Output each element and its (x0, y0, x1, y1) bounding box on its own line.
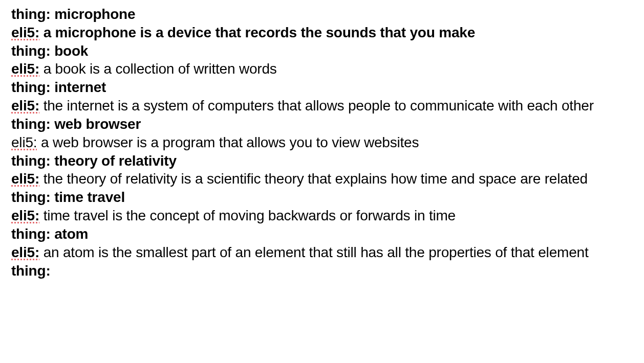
entry-line: thing: atom (11, 225, 633, 243)
eli5-label: eli5: (11, 208, 39, 223)
entry-line: thing: book (11, 42, 633, 60)
entry-line: thing: internet (11, 78, 633, 97)
eli5-value: time travel is the concept of moving bac… (44, 208, 456, 223)
eli5-value: a microphone is a device that records th… (44, 25, 475, 40)
thing-label: thing: (11, 189, 51, 205)
entry-line: thing: time travel (11, 188, 633, 207)
entry-line: eli5: an atom is the smallest part of an… (11, 243, 633, 262)
thing-label: thing: (11, 79, 51, 95)
thing-label: thing: (11, 43, 51, 59)
eli5-label: eli5: (11, 244, 39, 260)
eli5-value: a book is a collection of written words (44, 61, 277, 77)
eli5-label: eli5: (11, 25, 39, 40)
thing-label: thing: (11, 116, 51, 132)
eli5-value: an atom is the smallest part of an eleme… (44, 244, 589, 260)
entry-line: eli5: the theory of relativity is a scie… (11, 170, 633, 188)
eli5-label: eli5: (11, 171, 39, 187)
thing-value: book (54, 43, 88, 59)
entry-line: eli5: a book is a collection of written … (11, 60, 633, 78)
eli5-value: a web browser is a program that allows y… (41, 134, 419, 150)
thing-value: time travel (54, 189, 125, 205)
thing-value: atom (54, 226, 88, 242)
eli5-label: eli5: (11, 98, 39, 114)
thing-label: thing: (11, 226, 51, 242)
thing-value: internet (54, 79, 106, 95)
thing-value: theory of relativity (54, 153, 177, 169)
thing-value: microphone (54, 6, 135, 22)
eli5-label: eli5: (11, 61, 39, 77)
thing-value: web browser (54, 116, 141, 132)
thing-label: thing: (11, 6, 51, 22)
eli5-value: the theory of relativity is a scientific… (44, 171, 588, 187)
thing-label: thing: (11, 263, 51, 279)
entry-line: eli5: a microphone is a device that reco… (11, 24, 633, 42)
document-content: thing: microphoneeli5: a microphone is a… (11, 5, 633, 280)
entry-line: thing: theory of relativity (11, 152, 633, 170)
entry-line: eli5: the internet is a system of comput… (11, 97, 633, 115)
entry-line: thing: web browser (11, 115, 633, 133)
entry-line: thing: microphone (11, 5, 633, 24)
eli5-value: the internet is a system of computers th… (44, 98, 594, 114)
entry-line: eli5: time travel is the concept of movi… (11, 207, 633, 225)
thing-label: thing: (11, 153, 51, 169)
entry-line: eli5: a web browser is a program that al… (11, 133, 633, 152)
eli5-label: eli5: (11, 134, 37, 150)
entry-line: thing: (11, 262, 633, 280)
